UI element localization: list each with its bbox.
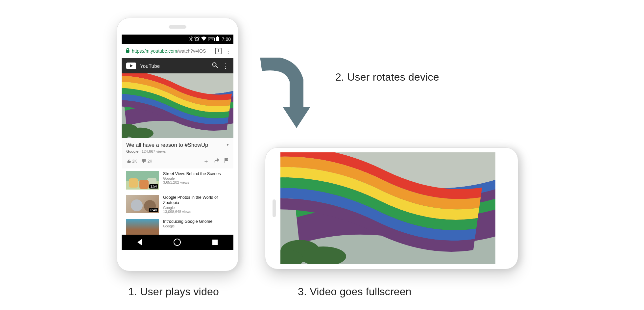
related-duration: 0:48 — [149, 208, 158, 212]
related-title: Google Photos in the World of Zootopia — [163, 195, 229, 206]
youtube-header: YouTube ⋮ — [122, 58, 233, 73]
svg-rect-7 — [216, 37, 219, 41]
related-channel: Google — [163, 176, 221, 180]
related-thumbnail: 1:54 — [126, 171, 159, 190]
video-player[interactable] — [122, 73, 233, 138]
related-views: 13,098,648 views — [163, 210, 229, 214]
search-icon[interactable] — [212, 62, 218, 70]
status-bar-time: 7:00 — [222, 37, 231, 42]
url-text: https://m.youtube.com/watch?v=IOS — [132, 48, 212, 54]
phone-landscape-screen — [280, 152, 495, 264]
url-domain: https://m.youtube.com — [132, 48, 177, 54]
lte-badge: LTE — [208, 38, 215, 41]
phone-speaker — [169, 25, 186, 29]
svg-rect-8 — [217, 36, 218, 37]
url-path: /watch?v=IOS — [177, 48, 206, 54]
related-thumbnail: 0:48 — [126, 195, 159, 213]
related-channel: Google — [163, 224, 212, 228]
battery-icon — [216, 36, 219, 42]
nav-home-icon[interactable] — [174, 239, 181, 246]
share-icon[interactable] — [214, 158, 220, 165]
add-to-playlist-icon[interactable]: ＋ — [203, 157, 209, 165]
related-video-item[interactable]: 1:54 Street View: Behind the Scenes Goog… — [126, 168, 229, 192]
flow-arrow-icon — [254, 58, 320, 137]
related-title: Introducing Google Gnome — [163, 219, 212, 224]
svg-rect-9 — [126, 50, 130, 53]
chrome-menu-icon[interactable]: ⋮ — [225, 48, 231, 54]
flag-icon[interactable] — [224, 158, 229, 165]
lock-icon — [126, 48, 130, 54]
phone-landscape-frame — [265, 147, 518, 269]
android-nav-bar — [122, 235, 233, 250]
related-videos: 1:54 Street View: Behind the Scenes Goog… — [122, 168, 233, 240]
dislike-count: 2K — [148, 159, 153, 164]
video-channel[interactable]: Google — [126, 149, 138, 153]
caption-step-1: 1. User plays video — [128, 286, 219, 298]
svg-line-11 — [216, 66, 218, 68]
related-channel: Google — [163, 206, 229, 210]
like-button[interactable]: 2K — [126, 159, 137, 164]
wifi-icon — [201, 37, 207, 42]
youtube-logo-icon[interactable] — [126, 63, 136, 69]
nav-back-icon[interactable] — [137, 239, 142, 245]
video-actions: 2K 2K ＋ — [126, 157, 229, 165]
video-thumbnail — [122, 73, 233, 138]
video-views: 124,667 views — [142, 149, 166, 153]
fullscreen-video[interactable] — [280, 152, 495, 264]
phone-speaker — [273, 199, 276, 217]
like-count: 2K — [132, 159, 137, 164]
related-views: 3,651,202 views — [163, 180, 221, 184]
android-status-bar: LTE 7:00 — [122, 35, 233, 44]
youtube-brand[interactable]: YouTube — [140, 63, 160, 69]
related-duration: 1:54 — [149, 184, 158, 189]
expand-description-icon[interactable]: ▾ — [227, 142, 229, 147]
dislike-button[interactable]: 2K — [142, 159, 153, 164]
caption-step-2: 2. User rotates device — [335, 71, 439, 83]
phone-portrait-screen: LTE 7:00 https://m.youtube.com/watch?v=I… — [122, 35, 233, 250]
phone-portrait-frame: LTE 7:00 https://m.youtube.com/watch?v=I… — [117, 18, 238, 271]
video-title: We all have a reason to #ShowUp — [126, 142, 229, 148]
youtube-menu-icon[interactable]: ⋮ — [222, 62, 229, 70]
bluetooth-icon — [189, 36, 193, 42]
related-video-item[interactable]: 0:48 Google Photos in the World of Zooto… — [126, 192, 229, 216]
caption-step-3: 3. Video goes fullscreen — [298, 286, 412, 298]
chrome-omnibox[interactable]: https://m.youtube.com/watch?v=IOS 1 ⋮ — [122, 44, 233, 58]
nav-recent-apps-icon[interactable] — [212, 240, 218, 245]
video-subline: Google · 124,667 views — [126, 149, 229, 153]
alarm-icon — [194, 36, 200, 42]
related-title: Street View: Behind the Scenes — [163, 171, 221, 176]
chrome-tabs-button[interactable]: 1 — [215, 48, 222, 54]
video-meta: ▾ We all have a reason to #ShowUp Google… — [122, 138, 233, 168]
